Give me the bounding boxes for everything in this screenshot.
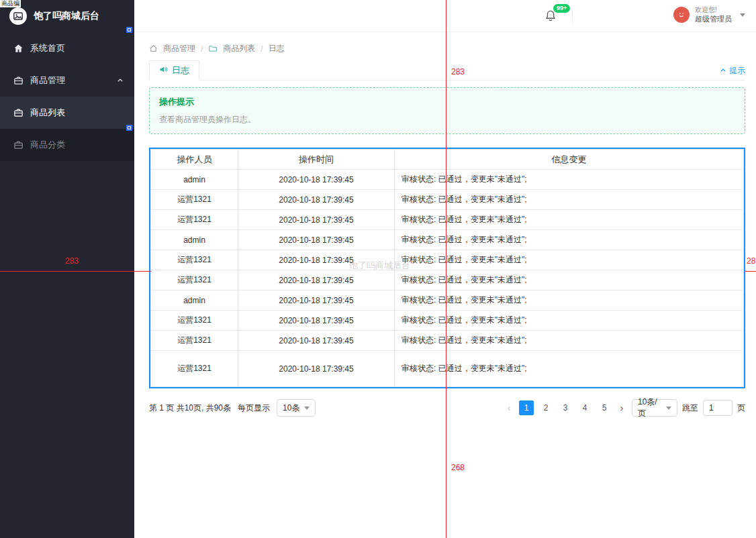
chevron-up-icon [720, 66, 726, 76]
per-page-value: 10条 [283, 402, 299, 414]
breadcrumb-current: 日志 [269, 43, 285, 54]
user-role: 超级管理员 [695, 15, 732, 24]
col-header-operator: 操作人员 [151, 150, 238, 170]
table-row: admin 2020-10-18 17:39:45 审核状态: 已通过，变更未"… [151, 170, 744, 190]
table-row: admin 2020-10-18 17:39:45 审核状态: 已通过，变更未"… [151, 230, 744, 250]
page-button-5[interactable]: 5 [597, 400, 612, 415]
cell-time: 2020-10-18 17:39:45 [238, 311, 395, 331]
cell-operator: 运营1321 [151, 190, 238, 210]
page-button-2[interactable]: 2 [538, 400, 553, 415]
welcome-text: 欢迎您! [695, 6, 732, 15]
logo-image-icon [9, 7, 27, 25]
breadcrumb-goods-management[interactable]: 商品管理 [163, 43, 195, 54]
cell-time: 2020-10-18 17:39:45 [238, 270, 395, 290]
breadcrumb-separator: / [261, 44, 263, 54]
cell-operator: 运营1321 [151, 250, 238, 270]
page-button-1[interactable]: 1 [519, 400, 534, 415]
tab-bar: 日志 提示 [149, 61, 745, 80]
sidebar-item-goods-list[interactable]: 商品列表 [0, 97, 134, 129]
table-header-row: 操作人员 操作时间 信息变更 [151, 150, 744, 170]
cell-time: 2020-10-18 17:39:45 [238, 230, 395, 250]
sidebar-item-goods-management[interactable]: 商品管理 [0, 64, 134, 97]
hint-label: 提示 [729, 65, 745, 76]
goods-list-icon [13, 108, 23, 118]
tab-label: 日志 [172, 64, 189, 76]
app-logo[interactable]: 饱了吗商城后台 [0, 0, 134, 32]
breadcrumb-goods-list[interactable]: 商品列表 [223, 43, 255, 54]
pagination-bar: 第 1 页 共10页, 共90条 每页显示 10条 ‹ 1 2 3 4 5 › … [149, 399, 745, 417]
breadcrumb: 商品管理 / 商品列表 / 日志 [149, 43, 745, 54]
col-header-time: 操作时间 [238, 150, 395, 170]
log-table[interactable]: 操作人员 操作时间 信息变更 admin 2020-10-18 17:39:45… [149, 148, 745, 388]
chevron-down-icon [304, 407, 310, 410]
prev-page-button[interactable]: ‹ [504, 400, 514, 415]
cell-time: 2020-10-18 17:39:45 [238, 331, 395, 351]
cell-info: 审核状态: 已通过，变更未"未通过"; [395, 270, 744, 290]
next-page-button[interactable]: › [616, 400, 627, 415]
cell-operator: admin [151, 290, 238, 311]
cell-info: 审核状态: 已通过，变更未"未通过"; [395, 250, 744, 270]
sidebar-item-label: 商品管理 [30, 74, 65, 87]
cell-info: 审核状态: 已通过，变更未"未通过"; [395, 331, 744, 351]
folder-icon [208, 44, 218, 53]
chevron-down-icon [666, 407, 671, 410]
cell-info: 审核状态: 已通过，变更未"未通过"; [395, 190, 744, 210]
cell-time: 2020-10-18 17:39:45 [238, 290, 395, 311]
col-header-info: 信息变更 [395, 150, 744, 170]
cell-info: 审核状态: 已通过，变更未"未通过"; [395, 210, 744, 230]
cell-time: 2020-10-18 17:39:45 [238, 210, 395, 230]
cell-operator: 运营1321 [151, 351, 238, 387]
table-row: 运营1321 2020-10-18 17:39:45 审核状态: 已通过，变更未… [151, 250, 744, 270]
cell-time: 2020-10-18 17:39:45 [238, 351, 395, 387]
user-info: 欢迎您! 超级管理员 [695, 6, 732, 23]
table-row: 运营1321 2020-10-18 17:39:45 审核状态: 已通过，变更未… [151, 351, 744, 387]
cell-info: 审核状态: 已通过，变更未"未通过"; [395, 290, 744, 311]
log-tab-icon [159, 65, 168, 76]
notification-badge: 99+ [553, 4, 570, 13]
tab-log[interactable]: 日志 [149, 60, 199, 80]
app-title: 饱了吗商城后台 [34, 10, 99, 22]
table-row: 运营1321 2020-10-18 17:39:45 审核状态: 已通过，变更未… [151, 311, 744, 331]
table-row: 运营1321 2020-10-18 17:39:45 审核状态: 已通过，变更未… [151, 270, 744, 290]
jump-page-input[interactable] [703, 400, 733, 416]
cell-info: 审核状态: 已通过，变更未"未通过"; [395, 311, 744, 331]
sidebar-item-label: 商品列表 [30, 107, 65, 119]
table-row: 运营1321 2020-10-18 17:39:45 审核状态: 已通过，变更未… [151, 190, 744, 210]
cell-time: 2020-10-18 17:39:45 [238, 170, 395, 190]
page-size-value: 10条/页 [638, 396, 662, 419]
cell-info: 审核状态: 已通过，变更未"未通过"; [395, 170, 744, 190]
cell-operator: admin [151, 230, 238, 250]
home-outline-icon [149, 44, 158, 53]
goods-category-icon [13, 140, 23, 150]
per-page-select[interactable]: 10条 [277, 399, 316, 417]
jump-label: 跳至 [682, 402, 698, 414]
chevron-down-icon [740, 13, 745, 17]
alert-body: 查看商品管理员操作日志。 [159, 114, 735, 125]
operation-tip-alert: 操作提示 查看商品管理员操作日志。 [149, 87, 745, 134]
table-row: 运营1321 2020-10-18 17:39:45 审核状态: 已通过，变更未… [151, 331, 744, 351]
user-menu[interactable]: 欢迎您! 超级管理员 [673, 6, 745, 23]
sidebar-menu: 系统首页 商品管理 商品列表 商品分 [0, 32, 134, 161]
table-row: admin 2020-10-18 17:39:45 审核状态: 已通过，变更未"… [151, 290, 744, 311]
page-button-4[interactable]: 4 [577, 400, 592, 415]
cell-operator: admin [151, 170, 238, 190]
page-button-3[interactable]: 3 [558, 400, 573, 415]
cell-operator: 运营1321 [151, 210, 238, 230]
cell-time: 2020-10-18 17:39:45 [238, 250, 395, 270]
cell-operator: 运营1321 [151, 311, 238, 331]
sidebar-item-goods-category[interactable]: 商品分类 [0, 129, 134, 161]
goods-box-icon [13, 76, 23, 86]
avatar [673, 7, 690, 23]
cell-time: 2020-10-18 17:39:45 [238, 190, 395, 210]
per-page-label: 每页显示 [238, 402, 270, 414]
jump-suffix: 页 [737, 402, 745, 414]
sidebar-item-label: 商品分类 [30, 139, 65, 151]
sidebar-item-label: 系统首页 [30, 42, 65, 54]
sidebar: 饱了吗商城后台 系统首页 商品管理 [0, 0, 134, 538]
header-divider [572, 9, 573, 23]
breadcrumb-separator: / [201, 44, 203, 54]
page-size-select[interactable]: 10条/页 [632, 399, 677, 417]
cell-info: 审核状态: 已通过，变更未"未通过"; [395, 351, 744, 387]
hint-toggle[interactable]: 提示 [720, 65, 745, 76]
sidebar-item-home[interactable]: 系统首页 [0, 32, 134, 64]
